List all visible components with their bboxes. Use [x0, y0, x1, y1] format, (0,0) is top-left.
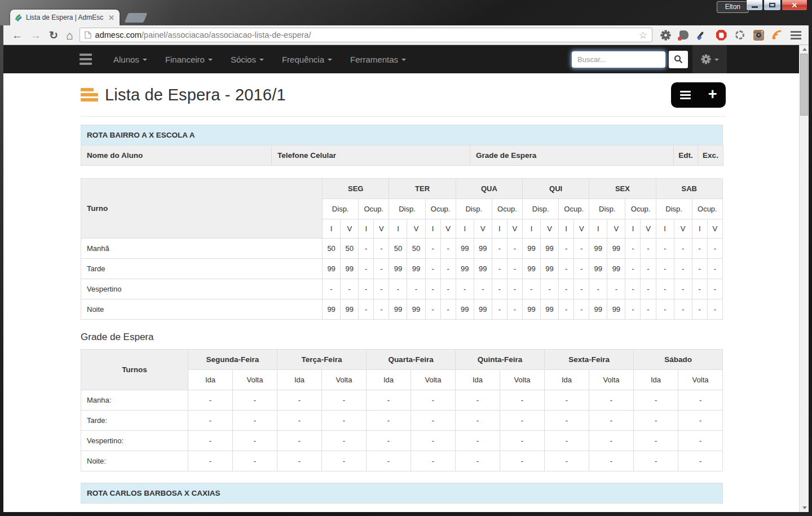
tab-close-icon[interactable]: ✕ [107, 14, 116, 21]
menu-item-socios[interactable]: Sócios [222, 55, 273, 64]
grade-value: - [589, 431, 634, 451]
weekday-header: Sexta-Feira [545, 350, 634, 370]
menu-item-alunos[interactable]: Alunos [104, 55, 156, 64]
grade-value: - [634, 451, 678, 471]
schedule-value: - [607, 279, 625, 299]
schedule-value: 99 [474, 299, 492, 320]
grade-value: - [678, 431, 723, 451]
direction-header: Volta [500, 370, 545, 390]
turno-label: Noite: [81, 451, 188, 471]
add-button[interactable]: + [708, 87, 717, 104]
settings-gear-icon[interactable] [660, 29, 671, 41]
grade-value: - [233, 411, 277, 431]
back-icon[interactable]: ← [8, 30, 27, 41]
stop-hand-icon[interactable] [716, 29, 727, 41]
list-view-button[interactable] [680, 91, 691, 99]
grade-value: - [322, 390, 367, 411]
search-icon [674, 55, 683, 64]
schedule-value: - [641, 279, 656, 299]
maximize-icon [769, 3, 775, 7]
shutter-icon[interactable] [734, 29, 745, 41]
grade-value: - [500, 451, 545, 471]
home-icon[interactable]: ⌂ [62, 29, 77, 41]
search-button[interactable] [669, 51, 688, 68]
evernote-icon[interactable] [678, 29, 690, 41]
schedule-row: Vespertino------------------------ [81, 279, 723, 299]
bookmark-star-icon[interactable]: ☆ [639, 30, 647, 40]
subcol-header: Ocup. [692, 199, 722, 219]
grade-row: Noite:------------ [81, 451, 723, 471]
schedule-value: 99 [323, 259, 341, 279]
new-tab-button[interactable] [125, 13, 148, 23]
schedule-value: - [574, 239, 589, 259]
grade-value: - [456, 411, 500, 431]
close-button[interactable]: ✕ [782, 0, 807, 11]
maximize-button[interactable] [764, 0, 781, 11]
chevron-down-icon [714, 59, 719, 61]
subcol-header: Ocup. [625, 199, 656, 219]
scroll-up-button[interactable] [800, 45, 809, 54]
vertical-scrollbar[interactable] [799, 45, 809, 512]
grade-value: - [277, 390, 322, 411]
chevron-down-icon [143, 59, 147, 61]
menu-label: Financeiro [165, 55, 205, 64]
schedule-value: - [656, 239, 674, 259]
window-controls: ✕ [745, 0, 807, 11]
viewport: Alunos Financeiro Sócios Frequência Ferr… [3, 45, 809, 512]
schedule-value: 50 [341, 239, 359, 259]
scroll-down-button[interactable] [800, 504, 809, 512]
schedule-body: Manhã5050--5050--9999--9999--9999------T… [81, 239, 723, 320]
direction-header: Volta [322, 370, 367, 390]
chrome-menu-icon[interactable] [790, 29, 801, 41]
leg-header: I [589, 219, 607, 239]
browser-window: Lista de Espera | AdmEsc ✕ Elton ✕ ← → ↻… [0, 0, 812, 516]
chevron-down-icon [208, 59, 213, 61]
search-input[interactable] [572, 51, 665, 68]
browser-tab[interactable]: Lista de Espera | AdmEsc ✕ [10, 10, 120, 25]
schedule-value: - [559, 239, 574, 259]
chevron-down-icon [401, 59, 406, 61]
menu-item-financeiro[interactable]: Financeiro [156, 55, 222, 64]
url-path: /painel/associacao/associacao-lista-de-e… [142, 30, 311, 39]
schedule-value: - [522, 279, 540, 299]
day-header: QUA [456, 179, 522, 199]
turno-corner-header: Turno [81, 179, 323, 239]
rss-icon[interactable] [771, 29, 783, 41]
grade-value: - [277, 451, 322, 471]
grade-row: Tarde:------------ [81, 411, 723, 431]
grade-value: - [411, 411, 456, 431]
menu-item-ferramentas[interactable]: Ferramentas [341, 55, 415, 64]
schedule-value: - [323, 279, 341, 299]
leg-header: I [456, 219, 474, 239]
address-bar[interactable]: admesc.com/painel/associacao/associacao-… [80, 28, 652, 42]
schedule-value: - [341, 279, 359, 299]
instagram-icon[interactable] [753, 29, 764, 41]
schedule-value: 99 [341, 299, 359, 320]
weekday-header: Segunda-Feira [188, 350, 277, 370]
leg-header: V [607, 219, 625, 239]
grade-value: - [634, 431, 678, 451]
schedule-value: - [407, 279, 425, 299]
profile-name-button[interactable]: Elton [717, 1, 749, 13]
sidebar-toggle-icon[interactable] [80, 54, 92, 65]
schedule-value: 99 [589, 239, 607, 259]
web-page: Alunos Financeiro Sócios Frequência Ferr… [3, 45, 799, 512]
forward-icon[interactable]: → [27, 30, 45, 41]
minimize-button[interactable] [746, 0, 763, 11]
leg-header: I [559, 219, 574, 239]
schedule-value: - [440, 299, 456, 320]
schedule-value: 99 [474, 239, 492, 259]
navbar-right [572, 45, 799, 73]
eyedropper-icon[interactable] [697, 29, 708, 41]
menu-item-frequencia[interactable]: Frequência [273, 55, 341, 64]
schedule-value: - [692, 299, 707, 320]
schedule-value: - [674, 299, 692, 320]
settings-menu-button[interactable] [692, 45, 727, 73]
schedule-value: 99 [607, 299, 625, 320]
scrollbar-thumb[interactable] [800, 54, 808, 116]
list-icon [81, 87, 98, 103]
reload-icon[interactable]: ↻ [45, 30, 62, 41]
minimize-icon [752, 6, 758, 8]
schedule-value: 99 [607, 239, 625, 259]
day-header: SEX [589, 179, 656, 199]
